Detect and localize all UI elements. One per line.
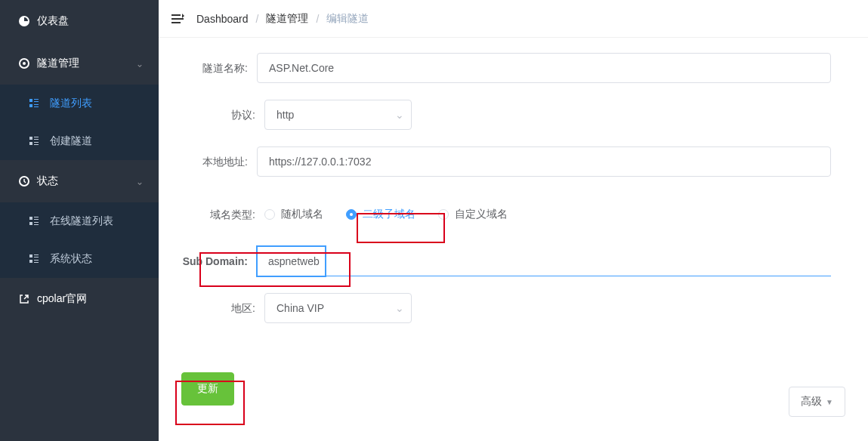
sidebar-item-tunnel-management[interactable]: 隧道管理 ⌃ bbox=[0, 42, 159, 85]
svg-rect-6 bbox=[34, 104, 39, 105]
advanced-button[interactable]: 高级 ▼ bbox=[789, 387, 845, 417]
sidebar-label-cpolar-site: cpolar官网 bbox=[37, 292, 87, 306]
breadcrumb-tunnel-management[interactable]: 隧道管理 bbox=[266, 12, 308, 26]
protocol-label: 协议: bbox=[166, 100, 264, 130]
protocol-select[interactable]: ⌄ bbox=[264, 100, 412, 130]
local-address-label: 本地地址: bbox=[166, 146, 257, 177]
svg-point-1 bbox=[23, 62, 26, 65]
svg-rect-24 bbox=[29, 260, 32, 263]
svg-rect-13 bbox=[34, 144, 39, 145]
sidebar-label-tunnel-management: 隧道管理 bbox=[37, 57, 79, 70]
breadcrumb-separator: / bbox=[256, 13, 259, 25]
svg-rect-8 bbox=[29, 137, 32, 140]
svg-rect-19 bbox=[34, 222, 39, 223]
svg-rect-3 bbox=[34, 99, 39, 100]
radio-subdomain-label: 二级子域名 bbox=[363, 208, 415, 221]
svg-rect-7 bbox=[34, 106, 39, 107]
tunnel-name-input[interactable] bbox=[257, 53, 831, 83]
dashboard-icon bbox=[15, 15, 33, 27]
svg-rect-16 bbox=[34, 217, 39, 217]
protocol-value[interactable] bbox=[264, 100, 412, 130]
svg-rect-17 bbox=[34, 219, 39, 220]
sidebar-toggle-button[interactable] bbox=[170, 11, 185, 26]
advanced-button-label: 高级 bbox=[801, 395, 822, 409]
domain-type-label: 域名类型: bbox=[166, 199, 264, 230]
breadcrumb-separator: / bbox=[316, 13, 319, 25]
grid-icon bbox=[29, 254, 42, 264]
sidebar-label-tunnel-list: 隧道列表 bbox=[50, 97, 92, 110]
domain-type-radio-group: 随机域名 二级子域名 自定义域名 bbox=[264, 199, 831, 230]
list-icon bbox=[29, 216, 42, 227]
svg-rect-15 bbox=[29, 217, 32, 220]
form-content: 隧道名称: 协议: ⌄ 本地地址: bbox=[159, 38, 868, 441]
radio-custom-label: 自定义域名 bbox=[455, 208, 508, 221]
svg-rect-12 bbox=[34, 142, 39, 143]
sidebar-label-status: 状态 bbox=[37, 174, 58, 188]
radio-random-label: 随机域名 bbox=[281, 208, 323, 221]
svg-rect-25 bbox=[34, 260, 39, 261]
radio-custom-domain[interactable]: 自定义域名 bbox=[438, 208, 508, 221]
breadcrumb-edit-tunnel: 编辑隧道 bbox=[326, 12, 369, 26]
sidebar-item-create-tunnel[interactable]: 创建隧道 bbox=[0, 122, 159, 160]
sidebar-label-dashboard: 仪表盘 bbox=[37, 14, 69, 28]
svg-rect-2 bbox=[29, 99, 32, 102]
sidebar-label-create-tunnel: 创建隧道 bbox=[50, 134, 92, 148]
update-button-label: 更新 bbox=[197, 382, 218, 396]
update-button[interactable]: 更新 bbox=[181, 372, 234, 406]
grid-icon bbox=[29, 136, 42, 146]
topbar: Dashboard / 隧道管理 / 编辑隧道 bbox=[159, 0, 868, 38]
sidebar-item-tunnel-list[interactable]: 隧道列表 bbox=[0, 85, 159, 122]
region-value[interactable] bbox=[264, 293, 412, 323]
external-link-icon bbox=[15, 293, 33, 305]
sidebar-item-cpolar-site[interactable]: cpolar官网 bbox=[0, 278, 159, 320]
status-icon bbox=[15, 175, 33, 187]
svg-rect-26 bbox=[34, 262, 39, 263]
svg-rect-20 bbox=[34, 224, 39, 225]
subdomain-label: Sub Domain: bbox=[166, 246, 257, 276]
radio-icon bbox=[438, 209, 449, 220]
sidebar-item-status[interactable]: 状态 ⌃ bbox=[0, 160, 159, 202]
radio-icon bbox=[264, 209, 275, 220]
svg-rect-11 bbox=[29, 142, 32, 145]
svg-rect-21 bbox=[29, 254, 32, 258]
breadcrumb-dashboard[interactable]: Dashboard bbox=[196, 13, 249, 25]
svg-rect-9 bbox=[34, 137, 39, 137]
chevron-up-icon: ⌃ bbox=[136, 176, 144, 187]
sidebar: 仪表盘 隧道管理 ⌃ 隧道列表 创建隧道 状态 ⌃ 在线隧道列表 系统状态 bbox=[0, 0, 159, 441]
sidebar-item-dashboard[interactable]: 仪表盘 bbox=[0, 0, 159, 42]
local-address-input[interactable] bbox=[257, 146, 831, 177]
radio-random-domain[interactable]: 随机域名 bbox=[264, 208, 323, 221]
region-label: 地区: bbox=[166, 293, 264, 323]
chevron-up-icon: ⌃ bbox=[136, 58, 144, 69]
svg-rect-23 bbox=[34, 257, 39, 258]
svg-rect-22 bbox=[34, 254, 39, 255]
svg-rect-10 bbox=[34, 139, 39, 140]
caret-down-icon: ▼ bbox=[826, 398, 833, 406]
breadcrumb: Dashboard / 隧道管理 / 编辑隧道 bbox=[196, 12, 369, 26]
main-content: Dashboard / 隧道管理 / 编辑隧道 隧道名称: 协议: bbox=[159, 0, 868, 441]
tunnel-name-label: 隧道名称: bbox=[166, 53, 257, 83]
sidebar-label-system-status: 系统状态 bbox=[50, 252, 92, 266]
tunnel-icon bbox=[15, 57, 33, 69]
sidebar-item-online-tunnel-list[interactable]: 在线隧道列表 bbox=[0, 202, 159, 240]
svg-rect-5 bbox=[29, 104, 32, 107]
subdomain-input[interactable] bbox=[257, 246, 831, 276]
svg-rect-18 bbox=[29, 222, 32, 225]
sidebar-item-system-status[interactable]: 系统状态 bbox=[0, 240, 159, 278]
list-icon bbox=[29, 98, 42, 109]
svg-rect-4 bbox=[34, 101, 39, 102]
radio-icon bbox=[346, 209, 357, 220]
region-select[interactable]: ⌄ bbox=[264, 293, 412, 323]
radio-subdomain[interactable]: 二级子域名 bbox=[346, 208, 415, 221]
sidebar-label-online-tunnel-list: 在线隧道列表 bbox=[50, 214, 113, 228]
